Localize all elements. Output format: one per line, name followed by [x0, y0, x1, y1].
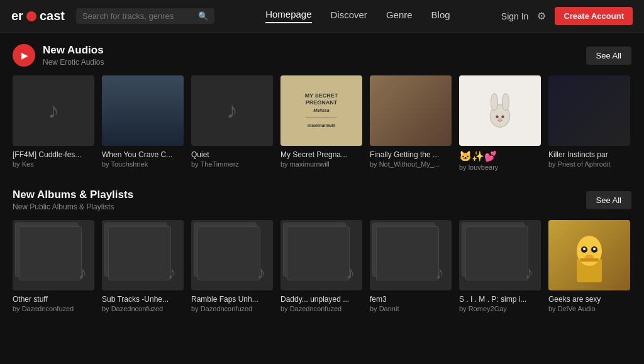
- new-audios-title-block: New Audios New Erotic Audios: [43, 44, 104, 67]
- header-right: Sign In ⚙ Create Account: [501, 7, 633, 25]
- gear-icon[interactable]: ⚙: [537, 10, 546, 22]
- nav-discover[interactable]: Discover: [331, 9, 367, 23]
- create-account-button[interactable]: Create Account: [555, 7, 633, 25]
- album-grid: ♪ Other stuff by Dazednconfuzed ♪ Sub Tr…: [13, 220, 631, 312]
- new-albums-see-all-button[interactable]: See All: [586, 191, 631, 209]
- album-title: Daddy... unplayed ...: [280, 295, 362, 304]
- audio-card[interactable]: MY SECRETPREGNANTMelissa──────────maximu…: [280, 75, 362, 171]
- album-note-icon: ♪: [78, 263, 87, 283]
- album-thumb: ♪: [280, 220, 362, 290]
- svg-point-10: [583, 248, 586, 250]
- nav-genre[interactable]: Genre: [386, 9, 413, 23]
- svg-point-1: [491, 94, 497, 111]
- album-card[interactable]: Geeks are sexy by DelVe Audio: [548, 220, 630, 312]
- album-author: by DelVe Audio: [548, 305, 630, 312]
- album-author: by Dazednconfuzed: [280, 305, 362, 312]
- album-card[interactable]: ♪ Other stuff by Dazednconfuzed: [13, 220, 94, 312]
- new-albums-title-block: New Albums & Playlists New Public Albums…: [13, 189, 133, 211]
- album-thumb: ♪: [13, 220, 94, 290]
- audio-thumb: [548, 75, 630, 146]
- album-title: Geeks are sexy: [548, 295, 630, 304]
- album-thumb: [548, 220, 630, 290]
- album-stack-icon: ♪: [13, 220, 94, 290]
- audio-thumb: [459, 75, 541, 146]
- audio-author: by Kes: [13, 160, 94, 168]
- main-content: New Audios New Erotic Audios See All ♪ […: [0, 33, 644, 319]
- search-bar[interactable]: 🔍: [76, 8, 214, 24]
- new-audios-title-area: New Audios New Erotic Audios: [13, 44, 104, 67]
- album-stack-icon: ♪: [280, 220, 362, 290]
- album-author: by Dannit: [370, 305, 452, 312]
- audio-author: by maximumwill: [280, 160, 362, 168]
- album-card[interactable]: ♪ Sub Tracks -Unhe... by Dazednconfuzed: [102, 220, 184, 312]
- audio-author: by louvbeary: [459, 163, 541, 171]
- new-audios-play-button[interactable]: [13, 44, 35, 67]
- svg-point-11: [593, 248, 596, 250]
- album-author: by Dazednconfuzed: [191, 305, 273, 312]
- bunny-svg: [475, 89, 525, 131]
- svg-rect-13: [580, 258, 599, 262]
- logo[interactable]: ercast: [11, 9, 65, 23]
- logo-o-circle: [26, 11, 36, 21]
- header: ercast 🔍 Homepage Discover Genre Blog Si…: [0, 0, 644, 33]
- audio-title: [FF4M] Cuddle-fes...: [13, 150, 94, 159]
- audio-title: When You Crave C...: [102, 150, 184, 159]
- album-stack-icon: ♪: [191, 220, 273, 290]
- new-audios-see-all-button[interactable]: See All: [586, 47, 631, 65]
- audio-author: by Priest of Aphrodit: [548, 160, 630, 168]
- sign-in-link[interactable]: Sign In: [501, 11, 529, 21]
- funko-pop-svg: [567, 227, 611, 284]
- album-stack-icon: ♪: [370, 220, 452, 290]
- album-card[interactable]: ♪ Ramble Faps Unh... by Dazednconfuzed: [191, 220, 273, 312]
- album-thumb: ♪: [191, 220, 273, 290]
- logo-text-er: er: [11, 9, 23, 23]
- new-audios-title: New Audios: [43, 44, 104, 57]
- album-title: Other stuff: [13, 295, 94, 304]
- album-thumb: ♪: [102, 220, 184, 290]
- album-card[interactable]: ♪ fem3 by Dannit: [370, 220, 452, 312]
- album-thumb: ♪: [459, 220, 541, 290]
- audio-card[interactable]: Killer Instincts par by Priest of Aphrod…: [548, 75, 630, 171]
- audio-thumb: ♪: [13, 75, 94, 146]
- album-note-icon: ♪: [167, 263, 176, 283]
- search-input[interactable]: [82, 11, 194, 21]
- music-note-icon: ♪: [226, 97, 238, 124]
- logo-text-cast: cast: [40, 9, 65, 23]
- nav-blog[interactable]: Blog: [431, 9, 450, 23]
- audio-card[interactable]: When You Crave C... by Touchshriek: [102, 75, 184, 171]
- album-author: by Romey2Gay: [459, 305, 541, 312]
- album-title: Ramble Faps Unh...: [191, 295, 273, 304]
- audio-title: 🐱✨💕: [459, 150, 541, 162]
- search-icon[interactable]: 🔍: [198, 11, 208, 21]
- pregnant-card-text: MY SECRETPREGNANTMelissa──────────maximu…: [303, 90, 340, 131]
- album-note-icon: ♪: [525, 263, 533, 283]
- audio-card[interactable]: ♪ Quiet by TheTimmerz: [191, 75, 273, 171]
- audio-title: Finally Getting the ...: [370, 150, 452, 159]
- svg-point-4: [501, 116, 504, 118]
- svg-point-3: [496, 116, 498, 118]
- audio-thumb: MY SECRETPREGNANTMelissa──────────maximu…: [280, 75, 362, 146]
- new-audios-header: New Audios New Erotic Audios See All: [13, 44, 631, 67]
- nav-homepage[interactable]: Homepage: [265, 9, 311, 23]
- music-note-icon: ♪: [48, 97, 59, 124]
- album-stack-icon: ♪: [102, 220, 184, 290]
- audio-grid: ♪ [FF4M] Cuddle-fes... by Kes When You C…: [13, 75, 631, 171]
- album-note-icon: ♪: [346, 263, 355, 283]
- new-albums-title-area: New Albums & Playlists New Public Albums…: [13, 189, 133, 211]
- album-title: fem3: [370, 295, 452, 304]
- album-author: by Dazednconfuzed: [102, 305, 184, 312]
- album-title: S . I . M . P: simp i...: [459, 295, 541, 304]
- audio-card[interactable]: 🐱✨💕 by louvbeary: [459, 75, 541, 171]
- audio-card[interactable]: Finally Getting the ... by Not_Without_M…: [370, 75, 452, 171]
- audio-author: by TheTimmerz: [191, 160, 273, 168]
- new-audios-subtitle: New Erotic Audios: [43, 58, 104, 67]
- audio-card[interactable]: ♪ [FF4M] Cuddle-fes... by Kes: [13, 75, 94, 171]
- audio-title: Killer Instincts par: [548, 150, 630, 159]
- audio-title: Quiet: [191, 150, 273, 159]
- album-card[interactable]: ♪ S . I . M . P: simp i... by Romey2Gay: [459, 220, 541, 312]
- album-card[interactable]: ♪ Daddy... unplayed ... by Dazednconfuze…: [280, 220, 362, 312]
- album-note-icon: ♪: [435, 263, 444, 283]
- svg-point-2: [502, 94, 509, 111]
- audio-title: My Secret Pregna...: [280, 150, 362, 159]
- audio-thumb: ♪: [191, 75, 273, 146]
